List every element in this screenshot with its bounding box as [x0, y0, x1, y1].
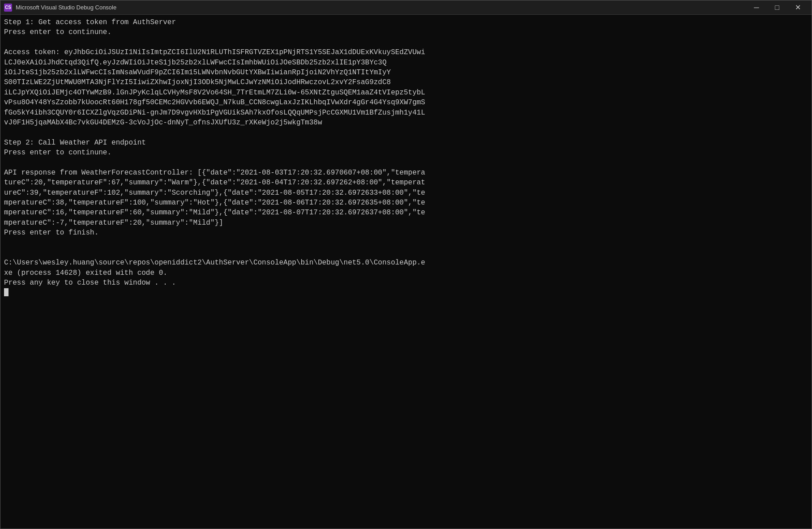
title-bar: CS Microsoft Visual Studio Debug Console…	[0, 0, 812, 15]
window-title: Microsoft Visual Studio Debug Console	[16, 4, 746, 11]
console-window: CS Microsoft Visual Studio Debug Console…	[0, 0, 812, 529]
close-button[interactable]: ✕	[787, 0, 808, 15]
maximize-button[interactable]: □	[767, 0, 787, 15]
console-text-content: Step 1: Get access token from AuthServer…	[4, 17, 808, 288]
console-output: Step 1: Get access token from AuthServer…	[0, 15, 812, 529]
window-controls: ─ □ ✕	[746, 0, 808, 15]
cursor-blink	[4, 288, 9, 296]
app-icon: CS	[4, 4, 12, 12]
minimize-button[interactable]: ─	[746, 0, 767, 15]
